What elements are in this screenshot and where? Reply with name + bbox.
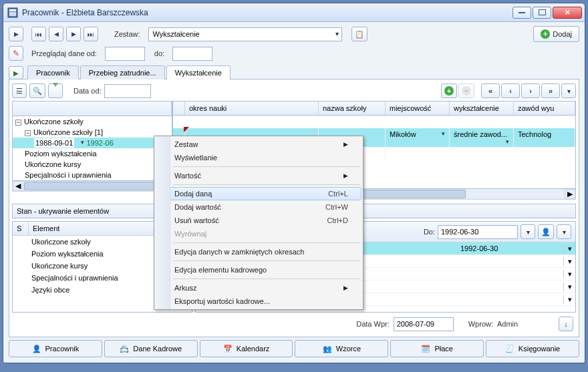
btab-wzorce[interactable]: 👥Wzorce bbox=[295, 340, 388, 357]
btab-ksieg[interactable]: 🧾Księgowanie bbox=[486, 340, 579, 357]
menu-edycja-elementu[interactable]: Edycja elementu kadrowego bbox=[156, 263, 361, 276]
data-wpr-input[interactable] bbox=[394, 317, 454, 331]
tab-przebieg[interactable]: Przebieg zatrudnie... bbox=[80, 65, 165, 79]
close-button[interactable] bbox=[553, 7, 582, 19]
tree-date2: 1992-06 bbox=[86, 139, 113, 147]
page-first-button[interactable] bbox=[481, 83, 500, 98]
page-menu-button[interactable] bbox=[561, 83, 576, 98]
zestaw-value: Wykształcenie bbox=[153, 30, 200, 38]
external-button[interactable] bbox=[351, 27, 368, 41]
titlebar: Pracownik - Elżbieta Barszczewska bbox=[3, 3, 585, 22]
svg-rect-2 bbox=[9, 12, 16, 16]
do-input[interactable] bbox=[438, 225, 518, 239]
bottom-tabs: 👤Pracownik 📇Dane Kadrowe 📅Kalendarz 👥Wzo… bbox=[9, 337, 579, 357]
tree-hscroll[interactable]: ◀▶ bbox=[12, 181, 172, 192]
main-tabs: Pracownik Przebieg zatrudnie... Wykształ… bbox=[9, 65, 579, 79]
tree-kursy[interactable]: Ukończone kursy bbox=[13, 159, 172, 170]
tree-view-button[interactable] bbox=[12, 83, 27, 98]
col-element[interactable]: Element bbox=[29, 222, 63, 235]
menu-dodaj-dana[interactable]: Dodaj danąCtrl+L bbox=[156, 187, 361, 200]
tree-panel: −Ukończone szkoły −Ukończone szkoły [1] … bbox=[12, 101, 172, 200]
col-s[interactable]: S bbox=[13, 222, 29, 235]
app-icon bbox=[7, 7, 18, 18]
tree-date-row[interactable]: 1988-09-01 1992-06 bbox=[13, 138, 172, 148]
minimize-button[interactable] bbox=[512, 7, 531, 19]
menu-wartosc[interactable]: Wartość bbox=[156, 169, 361, 182]
edit-button[interactable] bbox=[9, 46, 23, 61]
data-od-input[interactable] bbox=[104, 84, 151, 98]
browse-from-input[interactable] bbox=[105, 47, 145, 61]
wprow-value: Admin bbox=[497, 320, 537, 328]
do-label2: Do: bbox=[424, 228, 435, 236]
context-menu: Zestaw Wyświetlanie Wartość Dodaj danąCt… bbox=[154, 136, 363, 310]
tree-child[interactable]: −Ukończone szkoły [1] bbox=[13, 127, 172, 138]
remove-row-button[interactable]: − bbox=[458, 83, 474, 98]
person-button[interactable] bbox=[538, 224, 554, 239]
filter-button[interactable] bbox=[48, 83, 63, 98]
browse-to-input[interactable] bbox=[172, 47, 212, 61]
down-arrow-button[interactable]: ↓ bbox=[559, 317, 573, 331]
nav-first-button[interactable] bbox=[31, 27, 46, 41]
btab-kalendarz[interactable]: 📅Kalendarz bbox=[200, 340, 293, 357]
person-dropdown[interactable] bbox=[557, 224, 571, 239]
nav-first-outline-button[interactable] bbox=[9, 27, 23, 41]
do-label: do: bbox=[154, 49, 164, 57]
col-miejsc[interactable]: miejscowość bbox=[386, 102, 450, 115]
window-title: Pracownik - Elżbieta Barszczewska bbox=[22, 8, 512, 17]
wprow-label: Wprow: bbox=[468, 320, 493, 328]
zestaw-label: Zestaw: bbox=[114, 30, 140, 38]
svg-rect-1 bbox=[9, 9, 16, 11]
dodaj-label: Dodaj bbox=[553, 30, 572, 38]
nav-last-button[interactable] bbox=[84, 27, 98, 41]
col-zawod[interactable]: zawód wyu bbox=[514, 102, 575, 115]
page-prev-button[interactable] bbox=[501, 83, 520, 98]
menu-edycja-danych[interactable]: Edycja danych w zamkniętych okresach bbox=[156, 245, 361, 258]
data-wpr-label: Data Wpr: bbox=[356, 320, 390, 328]
nav-next-button[interactable] bbox=[66, 27, 81, 41]
data-od-label: Data od: bbox=[74, 87, 102, 95]
run-button[interactable] bbox=[9, 66, 23, 79]
menu-wyswietlanie[interactable]: Wyświetlanie bbox=[156, 151, 361, 164]
nav-prev-button[interactable] bbox=[49, 27, 63, 41]
tree-root[interactable]: −Ukończone szkoły bbox=[13, 116, 172, 127]
menu-wyrownaj: Wyrównaj bbox=[156, 227, 361, 240]
browse-label: Przeglądaj dane od: bbox=[31, 49, 97, 57]
add-row-button[interactable]: + bbox=[441, 83, 457, 98]
do-dropdown[interactable] bbox=[521, 224, 535, 239]
app-window: Pracownik - Elżbieta Barszczewska Zestaw… bbox=[3, 3, 585, 363]
dodaj-button[interactable]: Dodaj bbox=[533, 26, 579, 42]
menu-usun-wartosc[interactable]: Usuń wartośćCtrl+D bbox=[156, 214, 361, 227]
btab-pracownik[interactable]: 👤Pracownik bbox=[9, 340, 102, 357]
page-next-button[interactable] bbox=[521, 83, 540, 98]
maximize-button[interactable] bbox=[533, 7, 551, 19]
btab-place[interactable]: 🗓️Płace bbox=[390, 340, 484, 357]
tree-poziom[interactable]: Poziom wykształcenia bbox=[13, 148, 172, 159]
col-okres[interactable]: okres nauki bbox=[185, 102, 319, 115]
col-nazwa[interactable]: nazwa szkoły bbox=[319, 102, 386, 115]
menu-zestaw[interactable]: Zestaw bbox=[156, 138, 361, 151]
tab-pracownik[interactable]: Pracownik bbox=[27, 65, 79, 79]
menu-dodaj-wartosc[interactable]: Dodaj wartośćCtrl+W bbox=[156, 200, 361, 214]
page-last-button[interactable] bbox=[541, 83, 560, 98]
col-wykszt[interactable]: wykształcenie bbox=[450, 102, 514, 115]
zestaw-select[interactable]: Wykształcenie bbox=[148, 27, 342, 41]
menu-arkusz[interactable]: Arkusz bbox=[156, 281, 361, 295]
search-button[interactable] bbox=[29, 83, 45, 98]
tree-spec[interactable]: Specjalności i uprawnienia bbox=[13, 170, 172, 180]
btab-dane[interactable]: 📇Dane Kadrowe bbox=[104, 340, 198, 357]
menu-eksport[interactable]: Eksportuj wartości kadrowe... bbox=[156, 295, 361, 308]
tab-wyksztalcenie[interactable]: Wykształcenie bbox=[166, 65, 231, 79]
funnel-icon bbox=[53, 87, 58, 95]
